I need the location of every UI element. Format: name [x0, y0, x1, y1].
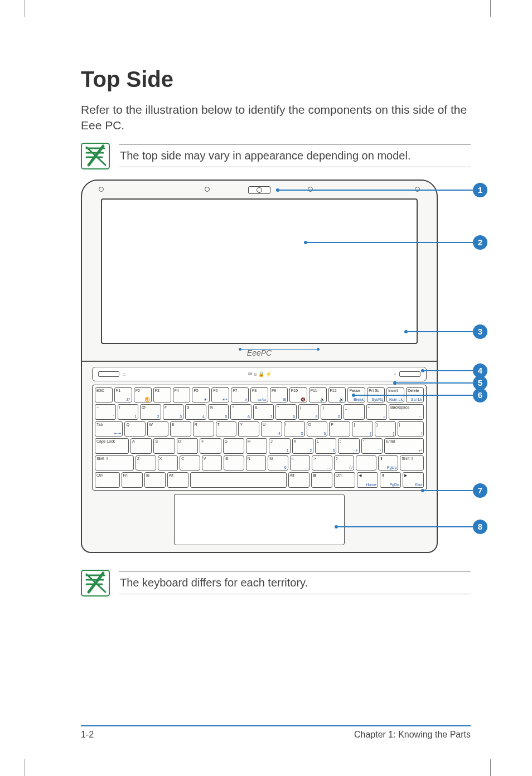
key: P-	[329, 421, 350, 437]
key: ⬆PgUp	[378, 455, 399, 471]
key: F10🔇	[289, 387, 307, 403]
note-top-text: The top side may vary in appearance depe…	[119, 145, 471, 167]
key: Enter↵	[384, 438, 424, 454]
key: M0	[268, 455, 288, 471]
key: (9	[298, 404, 320, 420]
key: F1Zᶻ	[114, 387, 132, 403]
key: Fn	[122, 472, 143, 488]
key: ⊞	[144, 472, 166, 488]
key: J1	[269, 438, 290, 454]
key: %5	[208, 404, 229, 420]
key: F6☀+	[211, 387, 229, 403]
key: *8	[275, 404, 297, 420]
callout-1: 1	[473, 183, 487, 197]
key: :; +	[338, 438, 359, 454]
callout-8: 8	[473, 520, 487, 534]
key: L3	[315, 438, 336, 454]
key: @2	[140, 404, 161, 420]
key: !1	[118, 404, 139, 420]
callout-7: 7	[473, 483, 487, 498]
key: $4	[185, 404, 206, 420]
laptop-illustration: EeePC ⌂ ✉ ⎋ 🔒 ⚡ ◦ ESCF1ZᶻF2📶F3F4F5☀-F6☀+…	[81, 180, 471, 559]
key: K2	[292, 438, 313, 454]
callout-3: 3	[473, 324, 487, 339]
key: Shift ⇧	[400, 455, 424, 471]
touchpad	[174, 494, 345, 545]
key: &7	[253, 404, 274, 420]
key: #3	[163, 404, 184, 420]
key: Ctrl	[334, 472, 355, 488]
key: ⬇PgDn	[380, 472, 401, 488]
key: ◀Home	[357, 472, 378, 488]
key: _-	[344, 404, 365, 420]
key: T	[216, 421, 237, 437]
key: Backspace←	[389, 404, 424, 420]
key: F4	[173, 387, 191, 403]
key: Q	[124, 421, 146, 437]
key: F12🔊	[328, 387, 346, 403]
key: {[	[352, 421, 373, 437]
key: F	[200, 438, 221, 454]
callout-6: 6	[473, 388, 487, 402]
key: F5☀-	[192, 387, 210, 403]
note-icon	[81, 570, 110, 596]
key: F11🔉	[309, 387, 327, 403]
display-panel	[101, 198, 418, 344]
key: Alt	[167, 472, 188, 488]
status-bar: ⌂ ✉ ⎋ 🔒 ⚡ ◦	[92, 367, 427, 381]
key	[190, 472, 287, 488]
page-number: 1-2	[81, 730, 94, 740]
note-top: The top side may vary in appearance depe…	[81, 143, 471, 169]
page-title: Top Side	[81, 67, 471, 92]
key: X	[158, 455, 178, 471]
key: ^6	[230, 404, 252, 420]
key: F3	[153, 387, 171, 403]
key: +=	[366, 404, 388, 420]
key: |\	[398, 421, 424, 437]
chapter-label: Chapter 1: Knowing the Parts	[354, 730, 471, 740]
key: F2📶	[134, 387, 152, 403]
key: ▤	[311, 472, 332, 488]
key: Caps Lock	[95, 438, 129, 454]
key: ESC	[95, 387, 113, 403]
key: }]	[375, 421, 396, 437]
key: )0	[321, 404, 342, 420]
key: Y	[238, 421, 259, 437]
key: A	[130, 438, 152, 454]
intro-paragraph: Refer to the illustration below to ident…	[81, 102, 471, 134]
key: ~`	[95, 404, 116, 420]
callout-2: 2	[473, 235, 487, 250]
key: Z	[136, 455, 156, 471]
key: G	[223, 438, 244, 454]
key: U4	[261, 421, 282, 437]
key	[356, 455, 376, 471]
key: F7⎚	[231, 387, 249, 403]
key: F9⊞	[270, 387, 288, 403]
key: I5	[284, 421, 305, 437]
key: D	[177, 438, 198, 454]
key: Ctrl	[95, 472, 120, 488]
key: <, .	[290, 455, 311, 471]
key: Tab⇤⇥	[95, 421, 123, 437]
note-icon	[81, 143, 110, 169]
key: C	[180, 455, 200, 471]
page-footer: 1-2 Chapter 1: Knowing the Parts	[81, 725, 471, 740]
key: Shift ⇧	[95, 455, 134, 471]
camera-icon	[248, 186, 270, 194]
brand-label: EeePC	[247, 348, 272, 357]
key: O6	[307, 421, 328, 437]
note-bottom: The keyboard differs for each territory.	[81, 570, 471, 596]
page: Top Side Refer to the illustration below…	[0, 0, 532, 776]
note-bottom-text: The keyboard differs for each territory.	[119, 572, 471, 594]
key: E	[170, 421, 191, 437]
key: F8▭/▭	[250, 387, 268, 403]
key: V	[202, 455, 223, 471]
key: N	[246, 455, 267, 471]
key: Alt	[288, 472, 309, 488]
key: R	[193, 421, 214, 437]
key: S	[153, 438, 175, 454]
key: >. ,	[312, 455, 332, 471]
key: B	[224, 455, 244, 471]
key: ?/ /	[334, 455, 355, 471]
key: H	[246, 438, 267, 454]
